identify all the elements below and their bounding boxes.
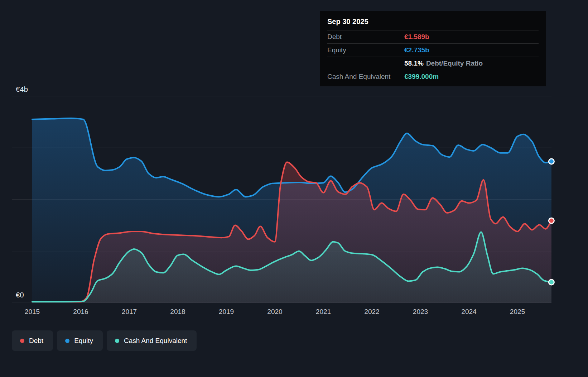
legend-dot-icon (115, 339, 119, 343)
debt-end-marker (549, 218, 554, 223)
equity-end-marker (549, 159, 554, 164)
x-tick-2019: 2019 (219, 308, 234, 316)
legend-item-debt[interactable]: Debt (12, 330, 53, 351)
x-tick-2022: 2022 (364, 308, 379, 316)
x-tick-2021: 2021 (316, 308, 331, 316)
y-axis-label-bottom: €0 (16, 291, 24, 299)
x-tick-2018: 2018 (170, 308, 185, 316)
x-tick-2023: 2023 (413, 308, 428, 316)
cash-end-marker (549, 280, 554, 285)
legend-label: Debt (29, 337, 43, 345)
legend-item-equity[interactable]: Equity (57, 330, 103, 351)
x-tick-2015: 2015 (25, 308, 40, 316)
legend-dot-icon (65, 339, 69, 343)
legend-dot-icon (20, 339, 24, 343)
plot-svg[interactable] (0, 0, 588, 324)
legend-label: Equity (74, 337, 93, 345)
x-tick-2024: 2024 (461, 308, 476, 316)
debt-equity-history-chart: Sep 30 2025 Debt €1.589b Equity €2.735b … (0, 0, 588, 377)
legend-item-cash-and-equivalent[interactable]: Cash And Equivalent (107, 330, 197, 351)
y-axis-label-top: €4b (16, 85, 28, 94)
legend: DebtEquityCash And Equivalent (12, 330, 197, 351)
x-tick-2020: 2020 (267, 308, 282, 316)
legend-label: Cash And Equivalent (124, 337, 187, 345)
x-tick-2025: 2025 (510, 308, 525, 316)
x-tick-2016: 2016 (73, 308, 88, 316)
x-tick-2017: 2017 (122, 308, 137, 316)
